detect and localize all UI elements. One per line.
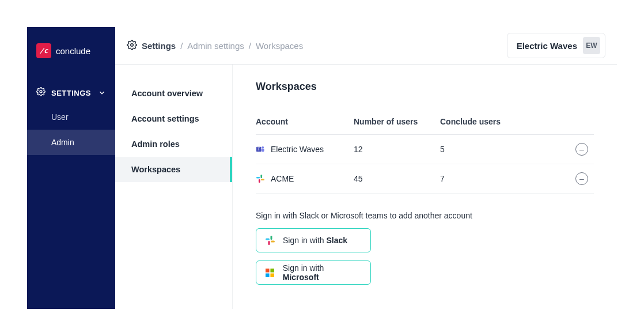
signin-microsoft-button[interactable]: Sign in with Microsoft (256, 261, 371, 285)
subnav-account-overview[interactable]: Account overview (115, 81, 232, 106)
brand-logo[interactable]: /c conclude (27, 43, 115, 81)
content-pane: Settings / Admin settings / Workspaces E… (115, 27, 617, 309)
num-users-cell: 12 (354, 145, 440, 154)
slack-icon (266, 236, 275, 245)
account-name: Electric Waves (271, 145, 324, 154)
main-content: Workspaces Account Number of users Concl… (233, 65, 617, 309)
svg-point-7 (262, 146, 264, 148)
subnav-workspaces[interactable]: Workspaces (115, 157, 232, 182)
svg-text:T: T (257, 147, 260, 151)
signin-slack-strong: Slack (326, 236, 347, 245)
brand-logo-badge: /c (36, 43, 51, 58)
signin-slack-button[interactable]: Sign in with Slack (256, 228, 371, 252)
svg-rect-17 (266, 269, 270, 273)
sidebar-secondary: Account overview Account settings Admin … (115, 65, 233, 309)
table-row: ACME 45 7 – (256, 164, 594, 194)
remove-workspace-button[interactable]: – (575, 143, 588, 156)
microsoft-icon (266, 268, 275, 277)
msteams-icon: T (256, 145, 265, 154)
conclude-users-cell: 7 (440, 174, 544, 183)
signin-ms-strong: Microsoft (283, 273, 319, 282)
col-conclude-users: Conclude users (440, 117, 544, 126)
workspaces-table: Account Number of users Conclude users T… (256, 110, 594, 194)
signin-slack-prefix: Sign in with (283, 236, 326, 245)
col-num-users: Number of users (354, 117, 440, 126)
slack-icon (256, 174, 265, 183)
page-title: Workspaces (256, 81, 594, 93)
table-header: Account Number of users Conclude users (256, 110, 594, 135)
org-name: Electric Waves (517, 41, 577, 51)
topbar: Settings / Admin settings / Workspaces E… (115, 27, 617, 65)
conclude-users-cell: 5 (440, 145, 544, 154)
svg-rect-20 (271, 273, 275, 277)
svg-rect-11 (259, 179, 260, 183)
svg-rect-15 (268, 241, 270, 245)
svg-point-0 (40, 90, 42, 93)
signin-ms-prefix: Sign in with (283, 263, 324, 273)
svg-point-4 (131, 43, 134, 46)
org-avatar: EW (583, 37, 600, 54)
account-name: ACME (271, 174, 294, 183)
svg-rect-14 (271, 241, 275, 243)
app-window: /c conclude SETTINGS User Admin (27, 27, 617, 309)
table-row: T Electric Waves 12 5 – (256, 135, 594, 164)
breadcrumb-root[interactable]: Settings (142, 41, 176, 51)
chevron-down-icon (98, 89, 106, 97)
remove-workspace-button[interactable]: – (575, 172, 588, 185)
num-users-cell: 45 (354, 174, 440, 183)
svg-rect-16 (266, 239, 270, 240)
svg-rect-19 (266, 273, 270, 277)
org-switcher[interactable]: Electric Waves EW (507, 33, 605, 58)
svg-rect-8 (261, 148, 264, 152)
subnav-account-settings[interactable]: Account settings (115, 106, 232, 131)
subnav-admin-roles[interactable]: Admin roles (115, 131, 232, 157)
breadcrumb-mid[interactable]: Admin settings (187, 41, 244, 51)
svg-rect-13 (271, 236, 272, 240)
body: Account overview Account settings Admin … (115, 65, 617, 309)
signin-hint: Sign in with Slack or Microsoft teams to… (256, 211, 594, 220)
svg-rect-12 (256, 177, 260, 179)
gear-icon (127, 40, 137, 52)
breadcrumb: Settings / Admin settings / Workspaces (127, 40, 303, 52)
svg-rect-10 (261, 179, 264, 180)
brand-name: conclude (56, 46, 90, 56)
nav-section-label: SETTINGS (51, 89, 91, 97)
gear-icon (36, 87, 46, 99)
svg-rect-9 (260, 175, 262, 178)
breadcrumb-leaf[interactable]: Workspaces (256, 41, 303, 51)
nav-section-settings[interactable]: SETTINGS (27, 81, 115, 104)
col-account: Account (256, 117, 354, 126)
sidebar-primary: /c conclude SETTINGS User Admin (27, 27, 115, 309)
sidebar-item-user[interactable]: User (27, 104, 115, 130)
svg-rect-18 (271, 269, 275, 273)
sidebar-item-admin[interactable]: Admin (27, 130, 115, 155)
